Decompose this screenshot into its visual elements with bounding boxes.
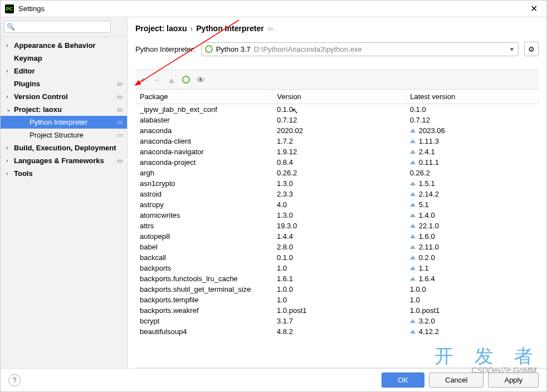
gear-icon: ⚙ [528, 45, 535, 53]
add-package-button[interactable]: ＋ [135, 72, 150, 87]
sidebar-item-keymap[interactable]: Keymap [1, 52, 127, 65]
cell-package: autopep8 [135, 231, 272, 242]
cell-package: bcrypt [135, 316, 272, 326]
table-row[interactable]: atomicwrites1.3.01.4.0 [135, 210, 539, 220]
minus-icon: − [155, 75, 160, 85]
cell-package: backports [135, 263, 272, 273]
table-row[interactable]: astroid2.3.32.14.2 [135, 189, 539, 199]
interpreter-name: Python 3.7 [216, 45, 251, 53]
cell-latest: 0.2.0 [406, 252, 539, 263]
upgrade-available-icon [410, 160, 416, 164]
upgrade-available-icon [410, 203, 416, 207]
upgrade-available-icon [410, 245, 416, 249]
sidebar-item-languages-frameworks[interactable]: ›Languages & Frameworks▭ [1, 154, 127, 167]
app-icon: PC [5, 4, 14, 13]
sidebar-item-python-interpreter[interactable]: Python Interpreter▭ [1, 116, 127, 129]
search-icon: 🔍 [7, 23, 15, 31]
table-row[interactable]: anaconda2020.022023.06 [135, 125, 539, 136]
interpreter-settings-button[interactable]: ⚙ [524, 42, 539, 56]
conda-button[interactable] [179, 72, 193, 87]
cell-latest: 5.1 [406, 199, 539, 210]
upgrade-available-icon [410, 224, 416, 228]
table-row[interactable]: backcall0.1.00.2.0 [135, 252, 539, 263]
sidebar-item-label: Editor [14, 67, 123, 75]
sidebar-item-version-control[interactable]: ›Version Control▭ [1, 90, 127, 103]
table-row[interactable]: beautifulsoup44.8.24.12.2 [135, 326, 539, 337]
table-row[interactable]: asn1crypto1.3.01.5.1 [135, 178, 539, 189]
cell-version: 0.1.0 [272, 252, 406, 263]
remove-package-button[interactable]: − [150, 72, 164, 87]
cell-package: backports.tempfile [135, 295, 272, 305]
table-row[interactable]: anaconda-navigator1.9.122.4.1 [135, 146, 539, 157]
breadcrumb-project: Project: laoxu [135, 24, 187, 33]
cell-latest: 22.1.0 [406, 220, 539, 231]
cell-version: 1.0 [272, 295, 406, 305]
sidebar-item-label: Version Control [14, 92, 117, 101]
upgrade-available-icon [410, 266, 416, 270]
cell-version: 1.9.12 [272, 146, 406, 157]
sidebar-item-build-execution-deployment[interactable]: ›Build, Execution, Deployment [1, 141, 127, 154]
table-row[interactable]: alabaster0.7.120.7.12 [135, 115, 539, 125]
chevron-icon: › [6, 158, 14, 164]
cell-package: babel [135, 242, 272, 252]
cell-latest: 1.6.0 [406, 231, 539, 242]
upgrade-package-button[interactable]: ▲ [164, 72, 179, 87]
sidebar-item-project-laoxu[interactable]: ⌄Project: laoxu▭ [1, 103, 127, 116]
cell-latest: 1.5.1 [406, 178, 539, 189]
cell-latest: 3.2.0 [406, 316, 539, 326]
sidebar-item-editor[interactable]: ›Editor [1, 65, 127, 77]
sidebar-item-plugins[interactable]: Plugins▭ [1, 77, 127, 90]
project-scope-icon: ▭ [117, 157, 123, 164]
sidebar-item-project-structure[interactable]: Project Structure▭ [1, 129, 127, 141]
table-row[interactable]: anaconda-client1.7.21.11.3 [135, 136, 539, 146]
close-icon[interactable]: ✕ [526, 3, 542, 14]
col-package[interactable]: Package [135, 90, 272, 104]
table-row[interactable]: anaconda-project0.8.40.11.1 [135, 157, 539, 168]
triangle-up-icon: ▲ [168, 75, 176, 85]
sidebar-item-tools[interactable]: ›Tools [1, 167, 127, 180]
table-row[interactable]: attrs19.3.022.1.0 [135, 220, 539, 231]
breadcrumb: Project: laoxu › Python Interpreter ▭ [135, 24, 539, 33]
chevron-icon: ⌄ [6, 106, 14, 112]
project-scope-icon: ▭ [117, 106, 123, 113]
table-row[interactable]: astropy4.05.1 [135, 199, 539, 210]
python-icon [205, 45, 213, 53]
cell-latest: 0.26.2 [406, 168, 539, 178]
upgrade-available-icon [410, 213, 416, 217]
upgrade-available-icon [410, 139, 416, 143]
cell-latest: 1.6.4 [406, 273, 539, 284]
table-row[interactable]: backports.shutil_get_terminal_size1.0.01… [135, 284, 539, 295]
sidebar-item-label: Plugins [14, 80, 117, 88]
cell-version: 1.0.0 [272, 284, 406, 295]
show-early-releases-button[interactable]: 👁 [193, 72, 208, 87]
table-row[interactable]: babel2.8.02.11.0 [135, 242, 539, 252]
table-row[interactable]: _ipyw_jlab_nb_ext_conf0.1.00.1.0 [135, 104, 539, 115]
cell-version: 3.1.7 [272, 316, 406, 326]
ok-button[interactable]: OK [382, 373, 424, 388]
titlebar: PC Settings ✕ [1, 1, 546, 17]
table-row[interactable]: backports.functools_lru_cache1.6.11.6.4 [135, 273, 539, 284]
chevron-icon: › [6, 42, 14, 48]
table-row[interactable]: backports.weakref1.0.post11.0.post1 [135, 305, 539, 316]
window-title: Settings [18, 4, 526, 13]
sidebar-item-appearance-behavior[interactable]: ›Appearance & Behavior [1, 39, 127, 52]
table-row[interactable]: backports1.01.1 [135, 263, 539, 273]
cancel-button[interactable]: Cancel [429, 373, 483, 388]
cell-package: backports.functools_lru_cache [135, 273, 272, 284]
table-row[interactable]: argh0.26.20.26.2 [135, 168, 539, 178]
cell-package: asn1crypto [135, 178, 272, 189]
table-row[interactable]: backports.tempfile1.01.0 [135, 295, 539, 305]
table-row[interactable]: autopep81.4.41.6.0 [135, 231, 539, 242]
col-latest[interactable]: Latest version [406, 90, 539, 104]
table-row[interactable]: bcrypt3.1.73.2.0 [135, 316, 539, 326]
sidebar-item-label: Build, Execution, Deployment [14, 144, 123, 152]
col-version[interactable]: Version [272, 90, 406, 104]
cell-version: 1.7.2 [272, 136, 406, 146]
apply-button[interactable]: Apply [488, 373, 539, 388]
cell-latest: 2.14.2 [406, 189, 539, 199]
search-input[interactable] [4, 21, 111, 33]
chevron-icon: › [6, 170, 14, 177]
help-button[interactable]: ? [8, 374, 21, 386]
cell-latest: 1.1 [406, 263, 539, 273]
interpreter-dropdown[interactable]: Python 3.7 D:\Python\Anaconda3\python.ex… [201, 42, 519, 56]
